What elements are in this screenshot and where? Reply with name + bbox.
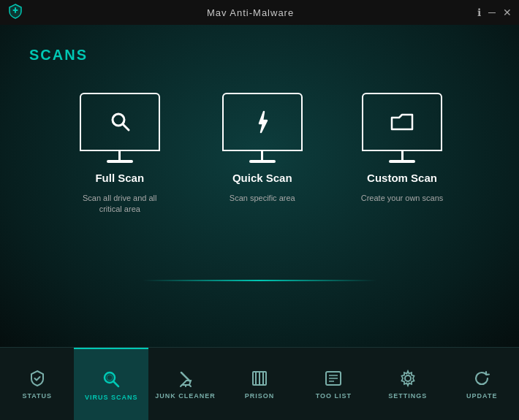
bottom-nav: STATUS VIRUS SCANS JUNK CLEANER PRISON [0, 347, 519, 420]
full-scan-icon-wrap [80, 93, 160, 163]
window-controls: ℹ ─ ✕ [477, 7, 512, 18]
svg-line-9 [189, 385, 191, 386]
svg-line-4 [114, 381, 119, 386]
full-scan-desc: Scan all drive and all critical area [76, 193, 164, 215]
monitor-base [389, 160, 415, 163]
prison-icon [250, 369, 269, 388]
info-button[interactable]: ℹ [477, 7, 481, 18]
nav-item-update[interactable]: UPDATE [445, 348, 519, 420]
page-title: SCANS [29, 47, 490, 64]
nav-item-prison[interactable]: PRISON [222, 348, 296, 420]
nav-item-status[interactable]: STATUS [0, 348, 74, 420]
titlebar: Mav Anti-Malware ℹ ─ ✕ [0, 0, 519, 25]
monitor-base [249, 160, 276, 163]
minimize-button[interactable]: ─ [488, 7, 496, 18]
nav-update-label: UPDATE [466, 392, 497, 400]
nav-status-label: STATUS [22, 392, 52, 400]
quick-scan-icon-box [222, 93, 303, 151]
refresh-icon [472, 369, 491, 388]
monitor-neck [261, 151, 263, 160]
nav-too-list-label: TOO LIST [316, 392, 352, 400]
nav-item-junk-cleaner[interactable]: JUNK CLEANER [148, 348, 222, 420]
custom-scan-icon-wrap [362, 93, 442, 163]
nav-item-too-list[interactable]: TOO LIST [297, 348, 371, 420]
svg-line-1 [123, 124, 129, 130]
nav-virus-scans-label: VIRUS SCANS [85, 394, 138, 401]
custom-scan-desc: Create your own scans [361, 193, 444, 204]
custom-scan-icon-box [362, 93, 442, 151]
svg-point-5 [107, 375, 113, 381]
search-nav-icon [101, 369, 121, 389]
close-button[interactable]: ✕ [503, 7, 512, 18]
monitor-neck [118, 151, 121, 160]
main-content: SCANS Full Scan Scan all drive and all c… [0, 25, 519, 347]
quick-scan-icon-wrap [222, 93, 303, 163]
nav-item-settings[interactable]: SETTINGS [371, 348, 444, 420]
svg-marker-2 [260, 112, 267, 132]
app-logo [7, 3, 23, 22]
custom-scan-option[interactable]: Custom Scan Create your own scans [361, 93, 444, 204]
nav-prison-label: PRISON [245, 392, 275, 400]
quick-scan-option[interactable]: Quick Scan Scan specific area [222, 93, 303, 204]
nav-item-virus-scans[interactable]: VIRUS SCANS [74, 348, 148, 420]
quick-scan-label: Quick Scan [232, 172, 292, 184]
monitor-neck [401, 151, 404, 160]
shield-icon [28, 369, 47, 388]
scan-options-container: Full Scan Scan all drive and all critica… [29, 93, 490, 332]
quick-scan-desc: Scan specific area [230, 193, 295, 204]
full-scan-label: Full Scan [95, 172, 144, 184]
full-scan-icon-box [80, 93, 160, 151]
nav-junk-cleaner-label: JUNK CLEANER [155, 392, 216, 400]
nav-settings-label: SETTINGS [388, 392, 427, 400]
list-icon [324, 369, 343, 388]
app-title: Mav Anti-Malware [23, 7, 477, 18]
gear-icon [398, 369, 417, 388]
svg-point-18 [405, 375, 411, 381]
divider [143, 280, 376, 281]
custom-scan-label: Custom Scan [367, 172, 437, 184]
broom-icon [176, 369, 195, 388]
monitor-base [107, 160, 133, 163]
full-scan-option[interactable]: Full Scan Scan all drive and all critica… [76, 93, 164, 215]
svg-line-7 [181, 385, 182, 386]
